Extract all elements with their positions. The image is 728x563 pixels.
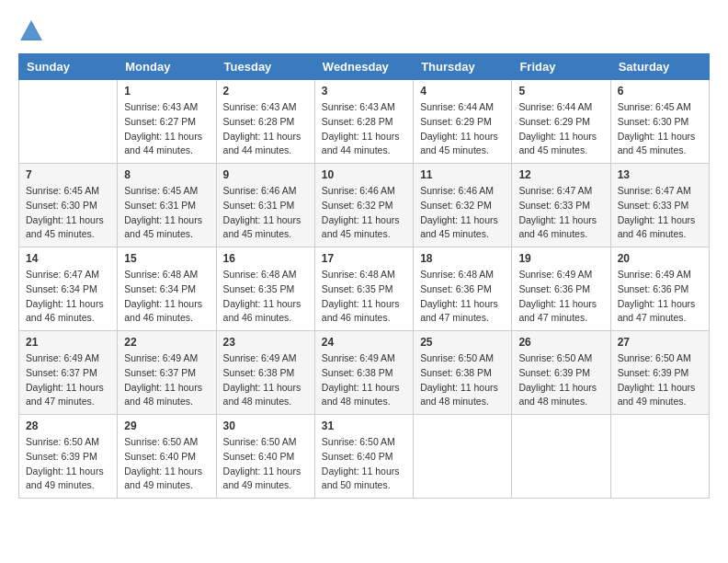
day-info: Sunrise: 6:43 AMSunset: 6:28 PMDaylight:… [223, 100, 308, 158]
calendar-row: 28Sunrise: 6:50 AMSunset: 6:39 PMDayligh… [19, 415, 710, 499]
sunset-text: Sunset: 6:38 PM [223, 367, 295, 378]
sunset-text: Sunset: 6:39 PM [26, 451, 97, 462]
sunset-text: Sunset: 6:35 PM [322, 283, 393, 294]
sunset-text: Sunset: 6:37 PM [124, 367, 196, 378]
day-number: 18 [420, 252, 505, 265]
sunrise-text: Sunrise: 6:50 AM [618, 352, 691, 363]
day-number: 17 [322, 252, 406, 265]
daylight-text: Daylight: 11 hours and 45 minutes. [420, 131, 498, 156]
day-number: 5 [518, 85, 603, 98]
daylight-text: Daylight: 11 hours and 48 minutes. [518, 382, 597, 408]
sunrise-text: Sunrise: 6:48 AM [420, 269, 494, 280]
daylight-text: Daylight: 11 hours and 45 minutes. [322, 214, 400, 240]
day-info: Sunrise: 6:50 AMSunset: 6:40 PMDaylight:… [124, 435, 209, 493]
day-number: 16 [223, 252, 308, 265]
calendar-cell: 1Sunrise: 6:43 AMSunset: 6:27 PMDaylight… [118, 80, 216, 164]
day-info: Sunrise: 6:49 AMSunset: 6:38 PMDaylight:… [223, 351, 308, 409]
calendar-cell: 20Sunrise: 6:49 AMSunset: 6:36 PMDayligh… [610, 247, 709, 331]
day-info: Sunrise: 6:49 AMSunset: 6:38 PMDaylight:… [322, 351, 406, 409]
sunset-text: Sunset: 6:37 PM [26, 367, 97, 378]
day-info: Sunrise: 6:46 AMSunset: 6:31 PMDaylight:… [223, 184, 308, 242]
sunrise-text: Sunrise: 6:48 AM [124, 269, 198, 280]
calendar-cell: 12Sunrise: 6:47 AMSunset: 6:33 PMDayligh… [512, 164, 610, 247]
day-number: 27 [618, 336, 702, 349]
daylight-text: Daylight: 11 hours and 45 minutes. [223, 214, 301, 240]
calendar-cell: 26Sunrise: 6:50 AMSunset: 6:39 PMDayligh… [512, 331, 610, 415]
calendar-cell: 27Sunrise: 6:50 AMSunset: 6:39 PMDayligh… [610, 331, 709, 415]
day-number: 2 [223, 85, 308, 98]
sunset-text: Sunset: 6:39 PM [518, 367, 590, 378]
day-number: 8 [124, 168, 209, 181]
calendar-cell: 9Sunrise: 6:46 AMSunset: 6:31 PMDaylight… [216, 164, 314, 247]
sunset-text: Sunset: 6:39 PM [618, 367, 689, 378]
day-number: 29 [124, 419, 209, 432]
calendar-cell: 8Sunrise: 6:45 AMSunset: 6:31 PMDaylight… [118, 164, 216, 247]
sunset-text: Sunset: 6:30 PM [26, 200, 97, 211]
sunrise-text: Sunrise: 6:46 AM [223, 185, 297, 196]
sunrise-text: Sunrise: 6:50 AM [124, 436, 198, 447]
calendar-header-row: SundayMondayTuesdayWednesdayThursdayFrid… [19, 54, 710, 80]
sunrise-text: Sunrise: 6:46 AM [322, 185, 395, 196]
day-info: Sunrise: 6:49 AMSunset: 6:37 PMDaylight:… [124, 351, 209, 409]
sunrise-text: Sunrise: 6:48 AM [223, 269, 297, 280]
daylight-text: Daylight: 11 hours and 45 minutes. [420, 214, 498, 240]
day-info: Sunrise: 6:45 AMSunset: 6:30 PMDaylight:… [26, 184, 110, 242]
daylight-text: Daylight: 11 hours and 46 minutes. [124, 298, 202, 324]
sunset-text: Sunset: 6:33 PM [618, 200, 689, 211]
day-number: 22 [124, 336, 209, 349]
sunset-text: Sunset: 6:30 PM [618, 116, 689, 127]
daylight-text: Daylight: 11 hours and 45 minutes. [26, 214, 104, 240]
calendar-cell: 25Sunrise: 6:50 AMSunset: 6:38 PMDayligh… [414, 331, 512, 415]
sunrise-text: Sunrise: 6:50 AM [420, 352, 494, 363]
calendar-cell: 5Sunrise: 6:44 AMSunset: 6:29 PMDaylight… [512, 80, 610, 164]
daylight-text: Daylight: 11 hours and 49 minutes. [618, 382, 696, 408]
calendar-cell: 21Sunrise: 6:49 AMSunset: 6:37 PMDayligh… [19, 331, 118, 415]
day-info: Sunrise: 6:44 AMSunset: 6:29 PMDaylight:… [420, 100, 505, 158]
day-number: 10 [322, 168, 406, 181]
daylight-text: Daylight: 11 hours and 47 minutes. [518, 298, 597, 324]
day-of-week-header: Saturday [610, 54, 709, 80]
sunrise-text: Sunrise: 6:43 AM [223, 101, 297, 112]
day-info: Sunrise: 6:50 AMSunset: 6:40 PMDaylight:… [322, 435, 406, 493]
calendar-cell [512, 415, 610, 499]
daylight-text: Daylight: 11 hours and 48 minutes. [124, 382, 202, 408]
calendar-row: 21Sunrise: 6:49 AMSunset: 6:37 PMDayligh… [19, 331, 710, 415]
sunrise-text: Sunrise: 6:47 AM [518, 185, 592, 196]
calendar-cell: 15Sunrise: 6:48 AMSunset: 6:34 PMDayligh… [118, 247, 216, 331]
calendar-cell: 24Sunrise: 6:49 AMSunset: 6:38 PMDayligh… [314, 331, 413, 415]
day-number: 24 [322, 336, 406, 349]
day-info: Sunrise: 6:47 AMSunset: 6:33 PMDaylight:… [518, 184, 603, 242]
day-of-week-header: Sunday [19, 54, 118, 80]
calendar-cell: 2Sunrise: 6:43 AMSunset: 6:28 PMDaylight… [216, 80, 314, 164]
calendar-cell: 29Sunrise: 6:50 AMSunset: 6:40 PMDayligh… [118, 415, 216, 499]
day-number: 9 [223, 168, 308, 181]
daylight-text: Daylight: 11 hours and 44 minutes. [322, 131, 400, 156]
day-number: 20 [618, 252, 702, 265]
daylight-text: Daylight: 11 hours and 46 minutes. [26, 298, 104, 324]
sunset-text: Sunset: 6:36 PM [420, 283, 492, 294]
sunrise-text: Sunrise: 6:50 AM [518, 352, 592, 363]
day-info: Sunrise: 6:50 AMSunset: 6:40 PMDaylight:… [223, 435, 308, 493]
day-number: 4 [420, 85, 505, 98]
sunset-text: Sunset: 6:29 PM [420, 116, 492, 127]
day-info: Sunrise: 6:49 AMSunset: 6:37 PMDaylight:… [26, 351, 110, 409]
daylight-text: Daylight: 11 hours and 49 minutes. [223, 465, 301, 491]
day-info: Sunrise: 6:50 AMSunset: 6:38 PMDaylight:… [420, 351, 505, 409]
day-number: 19 [518, 252, 603, 265]
day-of-week-header: Wednesday [314, 54, 413, 80]
daylight-text: Daylight: 11 hours and 50 minutes. [322, 465, 400, 491]
calendar-cell: 16Sunrise: 6:48 AMSunset: 6:35 PMDayligh… [216, 247, 314, 331]
sunrise-text: Sunrise: 6:49 AM [322, 352, 395, 363]
sunset-text: Sunset: 6:32 PM [322, 200, 393, 211]
sunset-text: Sunset: 6:36 PM [618, 283, 689, 294]
day-number: 1 [124, 85, 209, 98]
logo-icon [18, 18, 44, 44]
daylight-text: Daylight: 11 hours and 46 minutes. [518, 214, 597, 240]
sunrise-text: Sunrise: 6:43 AM [124, 101, 198, 112]
day-of-week-header: Thursday [414, 54, 512, 80]
sunset-text: Sunset: 6:31 PM [223, 200, 295, 211]
sunset-text: Sunset: 6:28 PM [322, 116, 393, 127]
daylight-text: Daylight: 11 hours and 45 minutes. [618, 131, 696, 156]
daylight-text: Daylight: 11 hours and 48 minutes. [223, 382, 301, 408]
daylight-text: Daylight: 11 hours and 48 minutes. [420, 382, 498, 408]
